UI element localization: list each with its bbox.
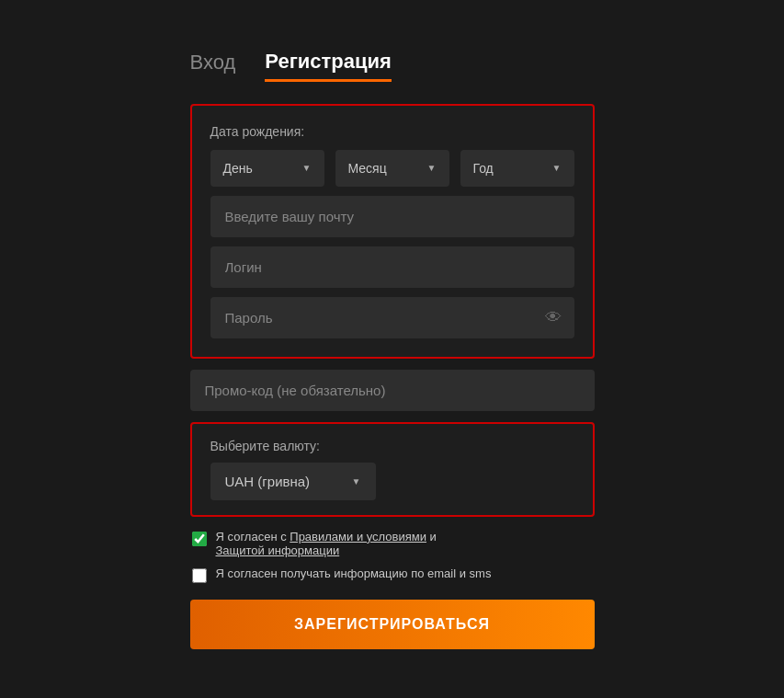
currency-label: Выберите валюту:	[210, 439, 574, 453]
dob-year-select[interactable]: Год ▼	[460, 150, 574, 187]
tab-login[interactable]: Вход	[190, 50, 236, 82]
email-sms-label: Я согласен получать информацию по email …	[216, 566, 492, 580]
dob-day-chevron-icon: ▼	[302, 163, 312, 173]
dob-day-label: День	[223, 161, 253, 176]
dob-day-select[interactable]: День ▼	[210, 150, 324, 187]
password-field[interactable]	[210, 297, 574, 338]
privacy-link[interactable]: Защитой информации	[216, 544, 340, 557]
currency-chevron-icon: ▼	[352, 476, 361, 486]
dob-month-label: Месяц	[348, 161, 387, 176]
currency-section: Выберите валюту: UAH (гривна) ▼	[190, 422, 595, 517]
currency-select[interactable]: UAH (гривна) ▼	[210, 463, 376, 500]
dob-year-label: Год	[473, 161, 494, 176]
email-sms-checkbox-row: Я согласен получать информацию по email …	[190, 566, 595, 583]
password-wrapper: 👁	[210, 297, 574, 338]
terms-checkbox-row: Я согласен с Правилами и условиями и Защ…	[190, 530, 595, 557]
password-toggle-icon[interactable]: 👁	[545, 308, 562, 327]
promo-field[interactable]	[190, 370, 595, 411]
currency-selected-value: UAH (гривна)	[225, 474, 311, 489]
dob-month-chevron-icon: ▼	[427, 163, 437, 173]
login-field[interactable]	[210, 246, 574, 288]
terms-text: Я согласен с Правилами и условиями и Защ…	[216, 530, 437, 557]
register-button[interactable]: ЗАРЕГИСТРИРОВАТЬСЯ	[190, 600, 595, 649]
terms-checkbox[interactable]	[192, 532, 207, 546]
auth-tabs: Вход Регистрация	[190, 50, 392, 82]
dob-label: Дата рождения:	[210, 124, 574, 139]
email-field[interactable]	[210, 196, 574, 237]
dob-month-select[interactable]: Месяц ▼	[335, 150, 449, 187]
dob-year-chevron-icon: ▼	[552, 163, 562, 173]
main-container: Вход Регистрация Дата рождения: День ▼ М…	[172, 50, 613, 649]
registration-form-section: Дата рождения: День ▼ Месяц ▼ Год ▼	[190, 104, 595, 359]
email-sms-checkbox[interactable]	[192, 568, 207, 583]
tab-register[interactable]: Регистрация	[265, 50, 392, 82]
dob-row: День ▼ Месяц ▼ Год ▼	[210, 150, 574, 187]
terms-link[interactable]: Правилами и условиями	[290, 530, 426, 544]
form-wrapper: Дата рождения: День ▼ Месяц ▼ Год ▼	[172, 104, 613, 649]
